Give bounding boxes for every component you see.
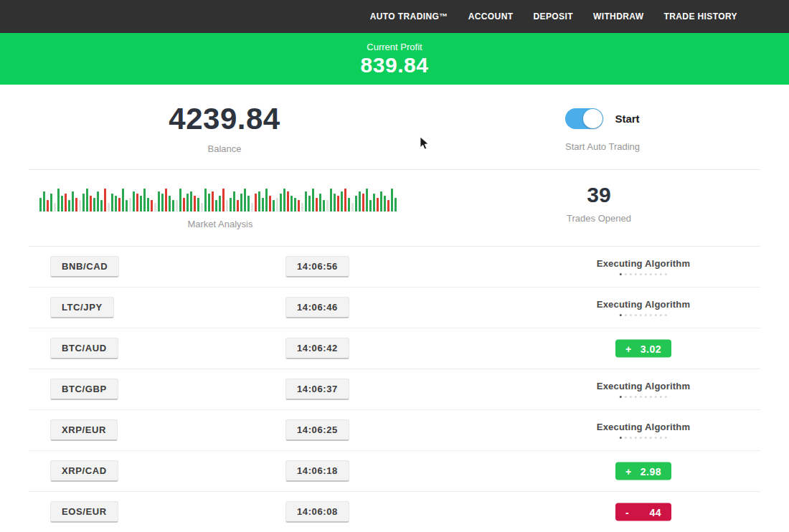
market-bar — [97, 191, 99, 212]
nav-item-auto-trading[interactable]: AUTO TRADING™ — [370, 11, 448, 22]
nav-item-account[interactable]: ACCOUNT — [468, 11, 514, 22]
market-bar — [247, 196, 250, 212]
market-bar — [298, 200, 300, 212]
pair-pill[interactable]: BTC/AUD — [50, 338, 118, 359]
market-bar — [50, 194, 52, 212]
start-auto-trading-toggle[interactable] — [565, 108, 603, 129]
market-bar — [276, 198, 278, 212]
market-bar — [65, 194, 67, 212]
pair-pill[interactable]: LTC/JPY — [50, 297, 114, 318]
market-analysis-chart — [39, 186, 402, 212]
market-bar — [75, 198, 77, 212]
progress-dot — [630, 396, 632, 398]
auto-trading-page: AUTO TRADING™ACCOUNTDEPOSITWITHDRAWTRADE… — [0, 0, 789, 532]
nav-item-withdraw[interactable]: WITHDRAW — [593, 11, 644, 22]
executing-algorithm-label: Executing Algorithm — [597, 299, 690, 310]
executing-algorithm-label: Executing Algorithm — [597, 422, 690, 432]
market-bar — [165, 189, 167, 212]
market-bar — [43, 191, 45, 212]
market-bar — [82, 194, 85, 212]
progress-dot — [625, 437, 627, 439]
market-bar — [273, 200, 275, 212]
balance-value: 4239.84 — [169, 102, 280, 136]
current-profit-value: 839.84 — [361, 53, 429, 77]
market-bar — [161, 194, 164, 212]
market-bar — [54, 203, 56, 212]
time-pill: 14:06:56 — [285, 256, 349, 277]
market-bar — [230, 198, 232, 212]
market-bar — [126, 200, 128, 212]
market-bar — [147, 198, 149, 212]
market-bar — [369, 200, 372, 212]
progress-dot — [655, 273, 657, 275]
market-bar — [355, 196, 357, 212]
progress-dot — [630, 273, 632, 275]
progress-dot — [625, 396, 627, 398]
market-bar — [290, 196, 293, 212]
market-bar — [251, 203, 253, 212]
market-bar — [219, 196, 221, 212]
pair-pill[interactable]: BNB/CAD — [50, 256, 119, 277]
table-row: BTC/GBP14:06:37Executing Algorithm — [29, 369, 760, 410]
market-bar — [269, 196, 271, 212]
progress-dot — [655, 437, 657, 439]
market-bar — [129, 198, 131, 212]
progress-dot — [665, 314, 667, 316]
trades-list: BNB/CAD14:06:56Executing AlgorithmLTC/JP… — [0, 247, 789, 532]
progress-dot — [665, 437, 667, 439]
badge-sign: + — [625, 465, 632, 477]
pair-pill[interactable]: XRP/EUR — [50, 419, 118, 441]
trade-status: +3.02 — [615, 340, 671, 358]
progress-dot — [650, 396, 652, 398]
executing-algorithm-label: Executing Algorithm — [597, 258, 690, 269]
market-bar — [222, 189, 225, 212]
progress-dot — [630, 437, 632, 439]
time-pill: 14:06:25 — [285, 419, 349, 441]
nav-menu: AUTO TRADING™ACCOUNTDEPOSITWITHDRAWTRADE… — [370, 11, 737, 22]
market-bar — [212, 191, 214, 212]
market-bar — [215, 200, 217, 212]
table-row: XRP/EUR14:06:25Executing Algorithm — [29, 410, 760, 451]
progress-dot — [650, 273, 652, 275]
progress-dot — [660, 437, 662, 439]
pair-pill[interactable]: EOS/EUR — [50, 501, 118, 523]
nav-item-deposit[interactable]: DEPOSIT — [533, 11, 572, 22]
toggle-start-label: Start — [615, 113, 639, 125]
loss-badge: -44 — [615, 503, 671, 521]
progress-dot — [655, 396, 657, 398]
pair-pill[interactable]: BTC/GBP — [50, 379, 118, 400]
market-bar — [115, 196, 117, 212]
market-bar — [283, 189, 285, 212]
progress-dot — [630, 314, 632, 316]
progress-dot — [635, 396, 637, 398]
market-bar — [240, 194, 242, 212]
nav-item-trade-history[interactable]: TRADE HISTORY — [663, 11, 737, 22]
market-bar — [133, 191, 135, 212]
pair-pill[interactable]: XRP/CAD — [50, 460, 118, 482]
market-bar — [179, 189, 181, 212]
badge-sign: - — [625, 506, 629, 518]
market-bar — [61, 196, 63, 212]
badge-value: 3.02 — [641, 343, 661, 354]
market-bar — [176, 200, 178, 212]
market-bar — [151, 200, 153, 212]
time-pill: 14:06:46 — [285, 297, 349, 318]
badge-value: 44 — [649, 506, 661, 518]
market-bar — [39, 198, 42, 212]
current-profit-banner: Current Profit 839.84 — [0, 33, 789, 85]
market-bar — [373, 194, 375, 212]
progress-dot — [645, 273, 647, 275]
market-bar — [280, 194, 282, 212]
trade-status: -44 — [615, 503, 671, 521]
market-bar — [255, 194, 257, 212]
market-bar — [197, 198, 199, 212]
market-bar — [344, 189, 346, 212]
market-bar — [100, 200, 103, 212]
market-bar — [258, 191, 260, 212]
badge-sign: + — [625, 343, 632, 354]
market-bar — [287, 191, 289, 212]
market-bar — [244, 189, 246, 212]
market-row: Market Analysis 39 Trades Opened — [29, 170, 760, 247]
trades-opened-block: 39 Trades Opened — [567, 183, 631, 224]
time-pill: 14:06:08 — [285, 501, 349, 523]
